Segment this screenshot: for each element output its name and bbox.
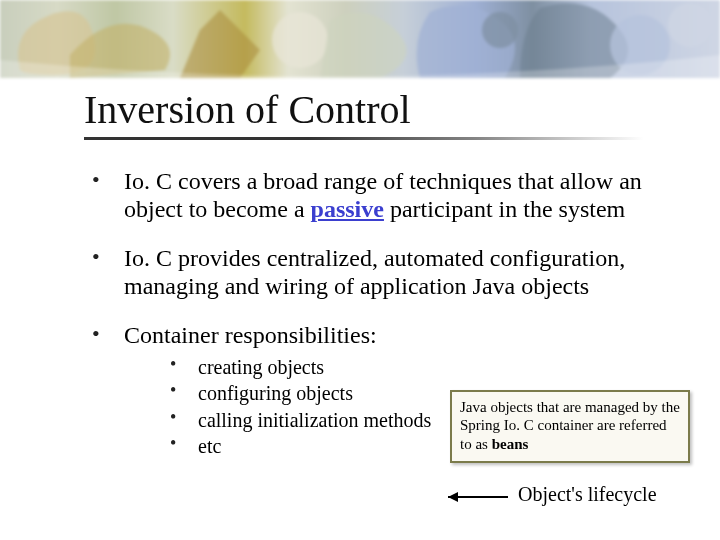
slide: Inversion of Control Io. C covers a broa… [0,0,720,540]
callout-bold: beans [492,436,529,452]
floral-banner [0,0,720,78]
bullet-3-text: Container responsibilities: [124,322,377,348]
title-underline [84,137,644,140]
svg-point-1 [482,12,518,48]
bullet-1-emph: passive [311,196,384,222]
arrow-head-icon [448,492,458,502]
lifecycle-label: Object's lifecycle [518,483,657,506]
bullet-2: Io. C provides centralized, automated co… [84,245,659,300]
slide-title: Inversion of Control [84,86,411,133]
svg-point-0 [272,12,328,68]
callout-box: Java objects that are managed by the Spr… [450,390,690,463]
sub-1: creating objects [168,354,659,380]
bullet-1-post: participant in the system [384,196,625,222]
bullet-1: Io. C covers a broad range of techniques… [84,168,659,223]
svg-point-3 [668,3,712,47]
